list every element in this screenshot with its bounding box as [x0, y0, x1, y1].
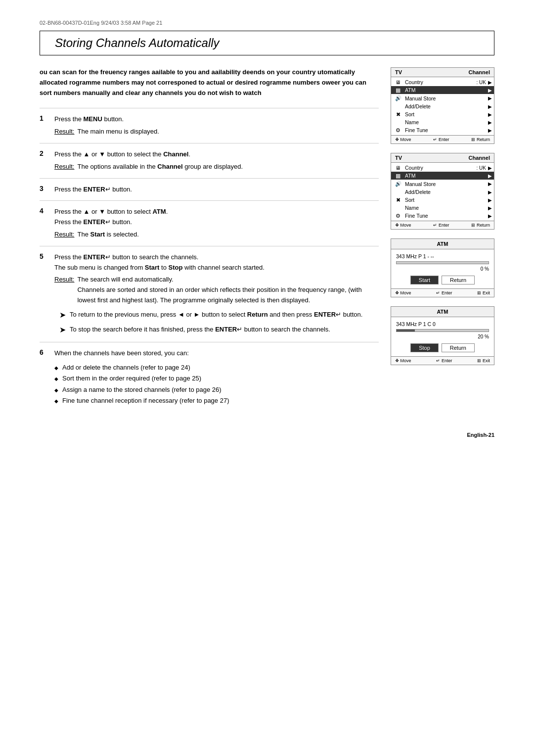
atm-panel-2-footer-exit: ⊞ Exit	[477, 358, 490, 363]
tv-row-sort-2: ✖ Sort ▶	[391, 196, 494, 204]
tv-panel-2-header-left: TV	[395, 155, 402, 161]
tv-label-manstore-1: Manual Store	[405, 95, 486, 101]
tv-val-country-2: : UK	[477, 165, 486, 171]
sub-item-1: Add or delete the channels (refer to pag…	[54, 362, 379, 373]
tv-icon-finetune-1: ⚙	[393, 127, 403, 133]
step-2-result-label: Result:	[54, 162, 74, 172]
tv-arrow-manstore-2: ▶	[488, 181, 492, 187]
intro-text: ou can scan for the freuency ranges aail…	[40, 67, 379, 98]
tv-panel-1-header-right: Channel	[469, 69, 490, 75]
atm-panel-1-freq: 343 MHz P 1 - --	[396, 253, 489, 259]
tv-row-adddel-2: Add/Delete ▶	[391, 188, 494, 196]
atm-panel-1-start-button[interactable]: Start	[410, 276, 439, 284]
tv-row-country-1: 🖥 Country : UK ▶	[391, 78, 494, 86]
page-container: 02-BN68-00437D-01Eng 9/24/03 3:58 AM Pag…	[30, 0, 504, 458]
atm-panel-1: ATM 343 MHz P 1 - -- 0 % Start Return ❖ …	[391, 238, 494, 297]
atm-panel-2-footer-enter: ↵ Enter	[436, 358, 452, 363]
step-3-bold: ENTER	[84, 186, 105, 193]
tv-icon-country-1: 🖥	[393, 79, 403, 85]
step-5-note1: ➤ To return to the previous menu, press …	[54, 310, 379, 321]
tv-label-atm-1: ATM	[405, 87, 486, 93]
tv-panel-1: TV Channel 🖥 Country : UK ▶ ▦ ATM ▶	[391, 67, 494, 144]
left-column: ou can scan for the freuency ranges aail…	[40, 67, 379, 412]
step-number-3: 3	[40, 185, 47, 195]
page-title: Storing Channels Automatically	[55, 36, 479, 50]
atm-panel-1-footer: ❖ Move ↵ Enter ⊞ Exit	[391, 288, 494, 297]
tv-label-manstore-2: Manual Store	[405, 181, 486, 187]
step-3-enter-symbol: ↵	[105, 186, 111, 193]
tv-label-country-2: Country	[405, 165, 475, 171]
sub-item-3: Assign a name to the stored channels (re…	[54, 384, 379, 395]
atm-panel-2-footer-move: ❖ Move	[395, 358, 411, 363]
step-1-result-label: Result:	[54, 127, 74, 137]
tv-arrow-name-1: ▶	[488, 120, 492, 125]
step-number-1: 1	[40, 114, 47, 137]
atm-panel-2-header: ATM	[391, 307, 494, 317]
tv-icon-sort-1: ✖	[393, 111, 403, 117]
tv-panel-1-header-left: TV	[395, 69, 402, 75]
atm-panel-2: ATM 343 MHz P 1 C 0 20 % Stop Return ❖ M…	[391, 306, 494, 365]
tv-label-sort-1: Sort	[405, 111, 486, 117]
step-1-bold: MENU	[84, 115, 102, 123]
tv-panel-1-header: TV Channel	[391, 68, 494, 77]
step-5-result-label: Result:	[54, 275, 74, 285]
tv-icon-atm-2: ▦	[393, 173, 403, 179]
tv-label-name-1: Name	[405, 119, 486, 125]
atm-panel-2-return-button[interactable]: Return	[442, 343, 475, 352]
tv-icon-sort-2: ✖	[393, 197, 403, 203]
step-5: 5 Press the ENTER↵ button to search the …	[40, 246, 379, 342]
atm-panel-2-stop-button[interactable]: Stop	[410, 343, 439, 352]
tv-panel-2-footer-return: ⊞ Return	[471, 223, 490, 228]
step-2-bold: Channel	[163, 150, 188, 158]
tv-row-finetune-1: ⚙ Fine Tune ▶	[391, 126, 494, 134]
step-number-6: 6	[40, 348, 47, 406]
page-title-box: Storing Channels Automatically	[40, 31, 494, 55]
step-3-content: Press the ENTER↵ button.	[54, 185, 379, 195]
atm-panel-1-header: ATM	[391, 239, 494, 249]
tv-arrow-finetune-1: ▶	[488, 128, 492, 133]
tv-icon-manstore-1: 🔊	[393, 95, 403, 101]
tv-label-finetune-2: Fine Tune	[405, 213, 486, 219]
tv-arrow-adddel-1: ▶	[488, 104, 492, 109]
tv-arrow-atm-2: ▶	[488, 173, 492, 179]
step-2-content: Press the ▲ or ▼ button to select the Ch…	[54, 149, 379, 172]
step-6-sub-list: Add or delete the channels (refer to pag…	[54, 362, 379, 406]
atm-panel-1-percent: 0 %	[396, 266, 489, 272]
step-4-bold: ATM	[152, 208, 166, 215]
sub-item-4: Fine tune channel reception if necessary…	[54, 395, 379, 406]
tv-arrow-country-1: ▶	[488, 80, 492, 85]
tv-arrow-country-2: ▶	[488, 165, 492, 171]
atm-panel-1-return-button[interactable]: Return	[442, 276, 475, 284]
tv-panel-1-footer-enter: ↵ Enter	[433, 137, 449, 142]
tv-arrow-atm-1: ▶	[488, 88, 492, 93]
atm-panel-2-buttons: Stop Return	[396, 343, 489, 352]
steps-list: 1 Press the MENU button. Result: The mai…	[40, 108, 379, 412]
atm-panel-2-footer: ❖ Move ↵ Enter ⊞ Exit	[391, 356, 494, 365]
page-footer: English-21	[40, 432, 494, 438]
atm-panel-1-buttons: Start Return	[396, 276, 489, 284]
atm-panel-2-freq: 343 MHz P 1 C 0	[396, 321, 489, 327]
tv-row-finetune-2: ⚙ Fine Tune ▶	[391, 212, 494, 220]
tv-panel-2-footer-move: ❖ Move	[395, 223, 411, 228]
tv-row-atm-1: ▦ ATM ▶	[391, 86, 494, 94]
tv-label-atm-2: ATM	[405, 173, 486, 179]
tv-panel-1-rows: 🖥 Country : UK ▶ ▦ ATM ▶ 🔊 Manual Store …	[391, 77, 494, 135]
main-content: ou can scan for the freuency ranges aail…	[40, 67, 494, 412]
tv-arrow-name-2: ▶	[488, 205, 492, 211]
step-1-result-text: The main menu is displayed.	[77, 127, 159, 137]
tv-panel-2-header-right: Channel	[469, 155, 490, 161]
step-1-content: Press the MENU button. Result: The main …	[54, 114, 379, 137]
tv-panel-2-rows: 🖥 Country : UK ▶ ▦ ATM ▶ 🔊 Manual Store …	[391, 163, 494, 221]
tv-label-finetune-1: Fine Tune	[405, 127, 486, 133]
tv-row-name-1: Name ▶	[391, 118, 494, 126]
tv-icon-country-2: 🖥	[393, 165, 403, 171]
tv-arrow-sort-2: ▶	[488, 197, 492, 203]
tv-row-country-2: 🖥 Country : UK ▶	[391, 164, 494, 172]
atm-panel-1-progress-bar	[396, 261, 489, 264]
atm-panel-1-body: 343 MHz P 1 - -- 0 % Start Return	[391, 249, 494, 288]
tv-row-adddel-1: Add/Delete ▶	[391, 102, 494, 110]
tv-arrow-finetune-2: ▶	[488, 213, 492, 219]
step-4: 4 Press the ▲ or ▼ button to select ATM.…	[40, 200, 379, 245]
tv-label-sort-2: Sort	[405, 197, 486, 203]
tv-row-manstore-1: 🔊 Manual Store ▶	[391, 94, 494, 102]
